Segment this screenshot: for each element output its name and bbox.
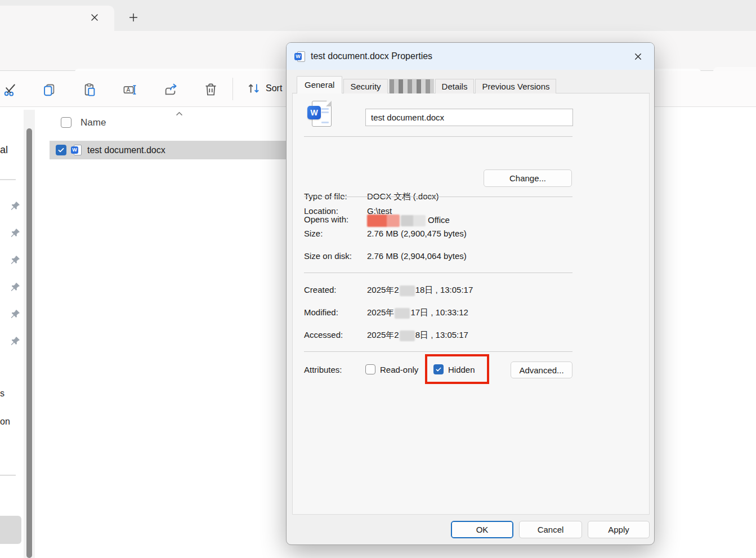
dialog-titlebar: W test document.docx Properties bbox=[287, 43, 654, 70]
paste-icon bbox=[82, 82, 99, 97]
general-tab-page bbox=[292, 93, 650, 515]
created-label: Created: bbox=[304, 285, 337, 294]
tab-general[interactable]: General bbox=[297, 76, 342, 93]
opens-with-value: Office bbox=[367, 215, 450, 227]
toolbar-divider bbox=[232, 78, 233, 100]
created-value: 2025年218日 , 13:05:17 bbox=[367, 285, 473, 296]
cancel-button[interactable]: Cancel bbox=[519, 521, 582, 538]
red-highlight-annotation bbox=[425, 354, 489, 384]
share-button[interactable] bbox=[163, 81, 180, 98]
section-divider bbox=[304, 136, 572, 137]
rename-button[interactable]: A bbox=[122, 81, 139, 98]
modified-value: 2025年17日 , 10:33:12 bbox=[367, 307, 468, 319]
filename-input[interactable] bbox=[365, 109, 573, 126]
ok-button[interactable]: OK bbox=[451, 521, 513, 538]
section-divider bbox=[304, 351, 572, 352]
explorer-tab-bar bbox=[0, 0, 756, 31]
pin-icon bbox=[9, 200, 21, 212]
cut-icon bbox=[3, 82, 20, 97]
sidebar-scrollbar[interactable] bbox=[24, 110, 35, 558]
dialog-tabstrip: General Security Details Previous Versio… bbox=[297, 76, 557, 93]
tab-security[interactable]: Security bbox=[343, 79, 387, 93]
sidebar-item-fragment[interactable]: on bbox=[0, 417, 10, 427]
censored-date-part bbox=[400, 331, 415, 341]
change-button[interactable]: Change... bbox=[484, 169, 572, 187]
word-file-icon: W bbox=[294, 51, 306, 63]
properties-dialog: W test document.docx Properties General … bbox=[286, 42, 655, 545]
opens-with-label: Opens with: bbox=[304, 215, 348, 224]
sidebar-item-highlight[interactable] bbox=[0, 516, 21, 544]
location-value: G:\test bbox=[367, 206, 392, 216]
censored-app-name bbox=[401, 215, 426, 226]
tab-close-button[interactable] bbox=[89, 10, 104, 25]
sidebar-item-fragment[interactable]: al bbox=[0, 144, 8, 156]
dialog-close-button[interactable] bbox=[627, 47, 648, 65]
sidebar-divider bbox=[0, 475, 16, 476]
sort-ascending-caret-icon[interactable] bbox=[175, 109, 184, 119]
accessed-value: 2025年28日 , 13:05:17 bbox=[367, 330, 468, 341]
accessed-label: Accessed: bbox=[304, 330, 343, 340]
sort-icon bbox=[247, 81, 261, 96]
censored-date-part bbox=[395, 308, 410, 319]
section-divider bbox=[304, 197, 572, 197]
trash-icon bbox=[203, 82, 220, 97]
sort-button[interactable]: Sort bbox=[247, 81, 282, 96]
close-icon bbox=[89, 12, 104, 23]
advanced-button[interactable]: Advanced... bbox=[511, 361, 572, 378]
censored-app-icon bbox=[367, 215, 400, 227]
explorer-window: This PC Donemax (G:) Search A Sort bbox=[0, 0, 756, 558]
share-icon bbox=[163, 82, 180, 97]
size-on-disk-label: Size on disk: bbox=[304, 251, 352, 261]
delete-button[interactable] bbox=[203, 81, 220, 98]
sort-label: Sort bbox=[266, 83, 282, 93]
pin-icon bbox=[9, 255, 21, 266]
select-all-checkbox[interactable] bbox=[61, 117, 71, 128]
size-on-disk-value: 2.76 MB (2,904,064 bytes) bbox=[367, 251, 467, 261]
attributes-label: Attributes: bbox=[304, 365, 342, 374]
sidebar-item-fragment[interactable]: s bbox=[0, 389, 5, 399]
modified-label: Modified: bbox=[304, 307, 338, 317]
apply-button[interactable]: Apply bbox=[588, 521, 650, 538]
svg-text:A: A bbox=[126, 87, 130, 93]
cut-button[interactable] bbox=[3, 81, 20, 98]
check-icon bbox=[57, 146, 65, 154]
size-label: Size: bbox=[304, 229, 323, 238]
tab-censored[interactable] bbox=[389, 79, 434, 93]
file-name: test document.docx bbox=[87, 145, 165, 155]
row-checkbox-checked[interactable] bbox=[56, 145, 66, 155]
pin-icon bbox=[9, 336, 21, 347]
paste-button[interactable] bbox=[82, 81, 99, 98]
scrollbar-thumb[interactable] bbox=[26, 128, 32, 558]
word-file-icon: W bbox=[71, 144, 83, 156]
copy-icon bbox=[42, 82, 59, 97]
file-row[interactable]: W test document.docx bbox=[50, 141, 288, 159]
rename-icon: A bbox=[122, 82, 139, 97]
column-header-name[interactable]: Name bbox=[80, 117, 106, 128]
word-file-icon-large: W bbox=[307, 101, 332, 130]
new-tab-button[interactable] bbox=[127, 10, 142, 25]
tab-previous-versions[interactable]: Previous Versions bbox=[475, 79, 556, 93]
dialog-title: test document.docx Properties bbox=[311, 51, 432, 61]
plus-icon bbox=[127, 11, 142, 24]
location-label: Location: bbox=[304, 206, 338, 216]
readonly-checkbox[interactable] bbox=[365, 364, 375, 374]
readonly-label[interactable]: Read-only bbox=[380, 365, 418, 374]
section-divider bbox=[304, 273, 572, 273]
censored-date-part bbox=[400, 285, 415, 296]
close-icon bbox=[633, 51, 643, 62]
size-value: 2.76 MB (2,900,475 bytes) bbox=[367, 229, 467, 238]
pin-icon bbox=[9, 282, 21, 293]
copy-button[interactable] bbox=[42, 81, 59, 98]
tab-details[interactable]: Details bbox=[435, 79, 475, 93]
sidebar-divider bbox=[0, 179, 16, 180]
pin-icon bbox=[9, 309, 21, 320]
pin-icon bbox=[9, 227, 21, 239]
